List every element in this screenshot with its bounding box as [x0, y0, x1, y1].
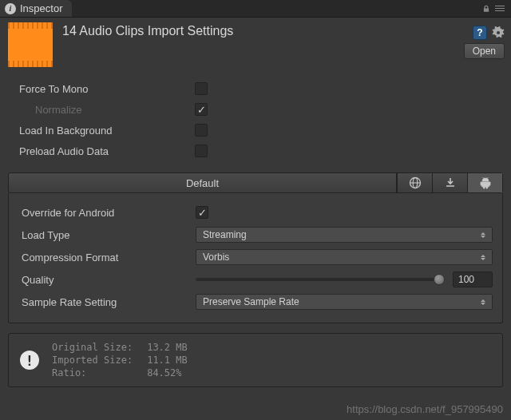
import-info-box: ! Original Size: Imported Size: Ratio: 1…: [8, 333, 503, 387]
load-type-label: Load Type: [22, 229, 189, 241]
sample-rate-row: Sample Rate Setting Preserve Sample Rate: [22, 291, 493, 313]
normalize-row: Normalize: [19, 99, 497, 120]
load-in-background-row: Load In Background: [19, 120, 497, 141]
slider-thumb[interactable]: [434, 274, 445, 285]
load-type-row: Load Type Streaming: [22, 224, 493, 246]
sample-rate-value: Preserve Sample Rate: [203, 296, 299, 307]
platform-panel: Override for Android Load Type Streaming…: [8, 193, 503, 323]
gear-icon[interactable]: [492, 26, 505, 39]
sample-rate-select[interactable]: Preserve Sample Rate: [196, 294, 493, 310]
info-icon: i: [5, 3, 16, 14]
ratio-label: Ratio:: [52, 367, 133, 378]
help-icon[interactable]: ?: [473, 26, 487, 40]
platform-tabs: Default: [8, 172, 503, 193]
override-row: Override for Android: [22, 201, 493, 224]
override-label: Override for Android: [22, 207, 189, 219]
force-to-mono-row: Force To Mono: [19, 78, 497, 99]
quality-value-field[interactable]: 100: [453, 271, 493, 287]
tab-webgl[interactable]: [397, 173, 432, 192]
general-settings: Force To Mono Normalize Load In Backgrou…: [0, 70, 511, 168]
updown-icon: [481, 299, 485, 305]
preload-audio-data-label: Preload Audio Data: [19, 145, 195, 157]
audio-asset-icon: [8, 22, 53, 67]
watermark: https://blog.csdn.net/f_957995490: [347, 403, 503, 415]
tab-android[interactable]: [467, 173, 502, 192]
context-menu-icon[interactable]: [495, 6, 505, 11]
globe-icon: [409, 176, 422, 189]
page-title: 14 Audio Clips Import Settings: [62, 22, 233, 38]
original-size-value: 13.2 MB: [147, 342, 188, 353]
load-in-background-checkbox[interactable]: [195, 124, 208, 137]
compression-row: Compression Format Vorbis: [22, 246, 493, 268]
compression-select[interactable]: Vorbis: [196, 249, 493, 265]
warning-icon: !: [20, 351, 39, 370]
quality-slider[interactable]: [196, 278, 445, 281]
ratio-value: 84.52%: [147, 367, 188, 378]
quality-label: Quality: [22, 274, 189, 286]
normalize-label: Normalize: [35, 104, 195, 116]
compression-label: Compression Format: [22, 252, 189, 263]
preload-audio-data-row: Preload Audio Data: [19, 141, 497, 161]
original-size-label: Original Size:: [52, 342, 133, 353]
updown-icon: [481, 255, 485, 260]
updown-icon: [481, 232, 485, 238]
normalize-checkbox[interactable]: [195, 103, 208, 116]
inspector-tab-bar: i Inspector: [0, 0, 511, 18]
sample-rate-label: Sample Rate Setting: [22, 296, 189, 308]
download-icon: [444, 176, 457, 189]
tab-label: Inspector: [20, 2, 62, 14]
tab-default[interactable]: Default: [9, 173, 397, 192]
preload-audio-data-checkbox[interactable]: [195, 145, 208, 157]
load-type-value: Streaming: [203, 229, 247, 240]
override-checkbox[interactable]: [196, 206, 208, 219]
quality-row: Quality 100: [22, 268, 493, 291]
tab-standalone[interactable]: [432, 173, 467, 192]
inspector-tab[interactable]: i Inspector: [0, 0, 72, 17]
imported-size-label: Imported Size:: [52, 355, 133, 366]
lock-icon[interactable]: [482, 5, 490, 13]
header: 14 Audio Clips Import Settings ? Open: [0, 18, 511, 70]
open-button[interactable]: Open: [464, 43, 505, 59]
compression-value: Vorbis: [203, 252, 229, 263]
imported-size-value: 11.1 MB: [147, 355, 188, 366]
load-in-background-label: Load In Background: [19, 125, 195, 137]
force-to-mono-checkbox[interactable]: [195, 82, 208, 95]
force-to-mono-label: Force To Mono: [19, 83, 195, 95]
android-icon: [479, 176, 492, 189]
load-type-select[interactable]: Streaming: [196, 227, 493, 243]
